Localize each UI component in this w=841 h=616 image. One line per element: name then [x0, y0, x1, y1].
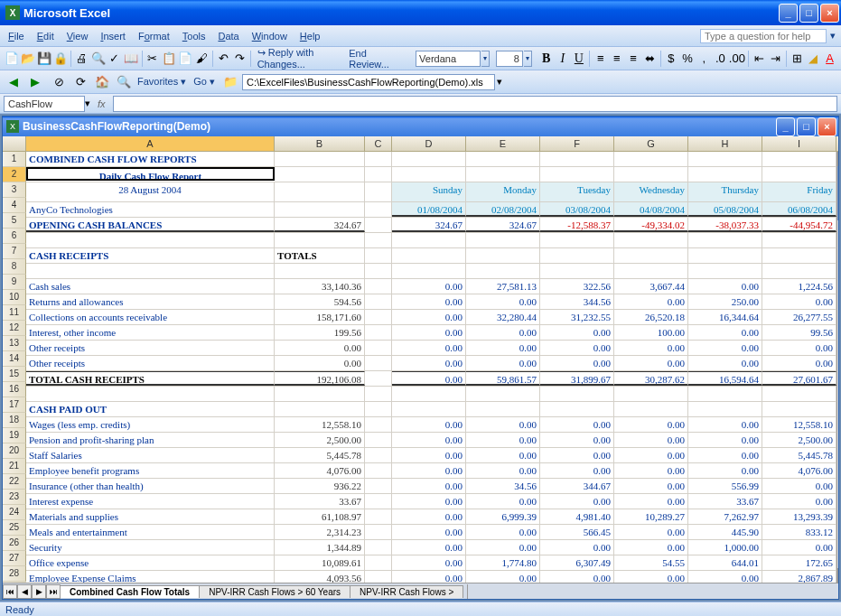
borders-icon[interactable]: ⊞ — [790, 49, 805, 69]
row-header[interactable]: 12 — [3, 321, 26, 336]
cell[interactable]: 0.00 — [762, 479, 836, 493]
cell[interactable]: -49,334.02 — [614, 218, 688, 232]
cell[interactable] — [365, 509, 392, 524]
align-left-icon[interactable]: ≡ — [593, 49, 608, 69]
cell[interactable]: 0.00 — [466, 571, 540, 583]
cell[interactable] — [365, 356, 392, 370]
back-icon[interactable]: ◀ — [4, 72, 23, 92]
cell[interactable] — [365, 463, 392, 478]
col-header-F[interactable]: F — [540, 136, 614, 151]
increase-decimal-icon[interactable]: .0 — [713, 49, 728, 69]
tab-next-icon[interactable]: ▶ — [32, 584, 46, 599]
col-header-A[interactable]: A — [26, 136, 275, 151]
cell[interactable]: 13,293.39 — [762, 509, 836, 524]
sheet-tab-3[interactable]: NPV-IRR Cash Flows > — [350, 585, 463, 598]
row-header[interactable]: 23 — [3, 490, 26, 505]
row-header[interactable]: 18 — [3, 413, 26, 428]
doc-maximize-button[interactable]: □ — [797, 117, 816, 136]
search-web-icon[interactable]: 🔍 — [114, 72, 134, 92]
cell[interactable]: Materials and supplies — [26, 509, 275, 524]
col-header-D[interactable]: D — [392, 136, 466, 151]
col-header-E[interactable]: E — [466, 136, 540, 151]
cell[interactable]: Daily Cash Flow Report — [26, 167, 275, 181]
cell[interactable]: 0.00 — [614, 341, 688, 355]
cell[interactable] — [365, 494, 392, 509]
cell[interactable]: 0.00 — [540, 463, 614, 478]
cell[interactable]: 0.00 — [688, 463, 762, 478]
cell[interactable]: 0.00 — [614, 571, 688, 583]
cell[interactable] — [466, 248, 540, 263]
cell[interactable]: 0.00 — [540, 448, 614, 462]
cell[interactable] — [688, 167, 762, 182]
cell[interactable]: 0.00 — [466, 341, 540, 355]
select-all-corner[interactable] — [3, 136, 26, 151]
row-header[interactable]: 25 — [3, 520, 26, 536]
horizontal-scrollbar[interactable] — [467, 584, 838, 599]
cell[interactable]: 158,171.60 — [275, 310, 365, 324]
row-header[interactable]: 4 — [3, 198, 26, 213]
cell[interactable] — [275, 264, 365, 278]
cell[interactable]: -38,037.33 — [688, 218, 762, 232]
increase-indent-icon[interactable]: ⇥ — [768, 49, 783, 69]
cell[interactable] — [275, 167, 365, 182]
cell[interactable]: 324.67 — [392, 218, 466, 232]
cell[interactable]: 594.56 — [275, 294, 365, 309]
cell[interactable]: 2,500.00 — [275, 433, 365, 447]
cell[interactable] — [275, 152, 365, 166]
tab-last-icon[interactable]: ⏭ — [46, 584, 61, 599]
col-header-I[interactable]: I — [762, 136, 836, 151]
cell[interactable]: 0.00 — [688, 279, 762, 294]
cell[interactable] — [762, 264, 836, 278]
cell[interactable]: 1,774.80 — [466, 555, 540, 570]
cell[interactable] — [762, 233, 836, 247]
cell[interactable]: Employee Expense Claims — [26, 571, 275, 583]
permission-icon[interactable]: 🔒 — [52, 49, 68, 69]
cell[interactable]: 10,289.27 — [614, 509, 688, 524]
cell[interactable] — [365, 152, 392, 166]
cell[interactable]: 03/08/2004 — [540, 202, 614, 217]
cell[interactable]: 5,445.78 — [275, 448, 365, 462]
doc-close-button[interactable]: × — [818, 117, 836, 136]
cell[interactable] — [762, 248, 836, 263]
cell[interactable]: 0.00 — [392, 571, 466, 583]
cell[interactable] — [365, 233, 392, 247]
cell[interactable]: 1,344.89 — [275, 540, 365, 555]
row-header[interactable]: 22 — [3, 474, 26, 490]
cell[interactable]: 0.00 — [688, 448, 762, 462]
cell[interactable] — [688, 248, 762, 263]
cell[interactable] — [540, 152, 614, 166]
cell[interactable] — [466, 387, 540, 401]
cell[interactable]: 12,558.10 — [275, 417, 365, 432]
doc-minimize-button[interactable]: _ — [776, 117, 795, 136]
cell[interactable] — [466, 402, 540, 416]
cell[interactable] — [275, 202, 365, 217]
cell[interactable]: 0.00 — [540, 494, 614, 509]
cell[interactable] — [762, 387, 836, 401]
cell[interactable]: 0.00 — [540, 417, 614, 432]
row-header[interactable]: 24 — [3, 505, 26, 520]
cell[interactable] — [26, 387, 275, 401]
cell[interactable] — [614, 402, 688, 416]
currency-icon[interactable]: $ — [663, 49, 678, 69]
cell[interactable]: 172.65 — [762, 555, 836, 570]
row-header[interactable]: 19 — [3, 428, 26, 443]
cell[interactable]: 0.00 — [614, 448, 688, 462]
cell[interactable]: 3,667.44 — [614, 279, 688, 294]
undo-icon[interactable]: ↶ — [216, 49, 231, 69]
cell[interactable]: 0.00 — [540, 433, 614, 447]
cell[interactable]: 344.67 — [540, 479, 614, 493]
cell[interactable]: Staff Salaries — [26, 448, 275, 462]
cell[interactable]: 0.00 — [392, 356, 466, 370]
row-header[interactable]: 10 — [3, 290, 26, 305]
cell[interactable]: 4,093.56 — [275, 571, 365, 583]
open-icon[interactable]: 📂 — [20, 49, 35, 69]
help-search-input[interactable] — [700, 29, 827, 43]
cell[interactable] — [365, 417, 392, 432]
cell[interactable] — [365, 167, 392, 182]
row-header[interactable]: 17 — [3, 397, 26, 413]
cell[interactable]: 61,108.97 — [275, 509, 365, 524]
decrease-decimal-icon[interactable]: .00 — [729, 49, 745, 69]
cell[interactable]: Collections on accounts receivable — [26, 310, 275, 324]
tab-first-icon[interactable]: ⏮ — [3, 584, 17, 599]
cell[interactable] — [688, 402, 762, 416]
